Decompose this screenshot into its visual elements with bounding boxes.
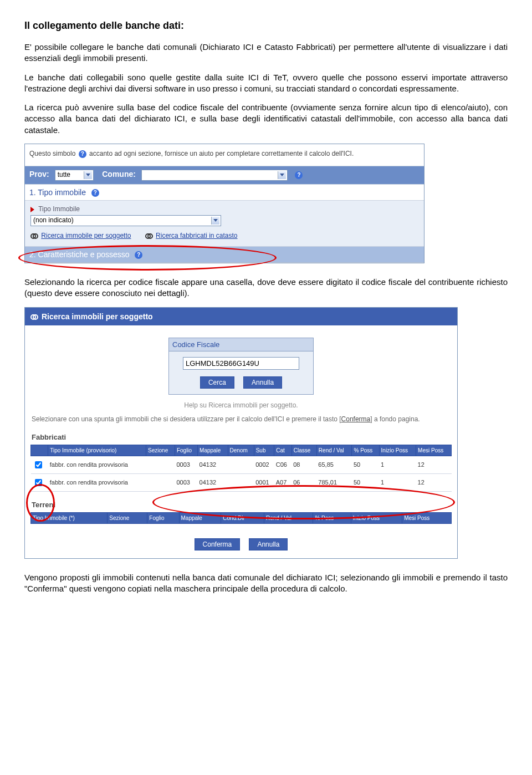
screenshot-2: Ricerca immobili per soggetto Codice Fis… [24,307,458,559]
tipo-immobile-label-text: Tipo Immobile [38,205,80,213]
codice-fiscale-input[interactable] [183,357,299,370]
codice-fiscale-label: Codice Fiscale [169,338,313,351]
col-inizio: Inizio Poss [379,445,416,456]
cell-tipo: fabbr. con rendita provvisoria [48,456,146,473]
link-ricerca-soggetto[interactable]: Ricerca immobile per soggetto [41,232,131,239]
help-icon[interactable]: ? [91,189,99,197]
col-sezione: Sezione [146,445,175,456]
prov-select[interactable]: tutte [55,170,94,181]
terreni-label: Terreni [25,492,457,512]
fabbricati-label: Fabbricati [25,424,457,445]
cell-denom [228,456,254,473]
info-text-post: accanto ad ogni sezione, fornisce un aiu… [89,150,354,157]
terreni-header-row: Tipo Immobile (*) Sezione Foglio Mappale… [31,512,452,523]
section-1-header: 1. Tipo immobile ? [25,184,424,201]
annulla-button-2[interactable]: Annulla [249,538,288,550]
paragraph-2: Le banche dati collegabili sono quelle g… [24,72,508,95]
cell-foglio: 0003 [175,473,197,491]
cell-pposs: 50 [352,473,379,491]
info-text-pre: Questo simbolo [29,150,75,157]
col-rend: Rend / Val [264,512,313,523]
instr-text-b: ] a fondo pagina. [370,415,420,423]
col-rend: Rend / Val [316,445,352,456]
dialog-title: Ricerca immobili per soggetto [42,312,153,321]
prov-comune-bar: Prov: tutte Comune: ? [25,166,424,184]
cell-pposs: 50 [352,456,379,473]
tipo-immobile-value: (non indicato) [33,216,74,224]
section-1-title: 1. Tipo immobile [29,188,86,197]
caret-right-icon [30,207,34,212]
cell-foglio: 0003 [175,456,197,473]
codice-fiscale-box: Codice Fiscale Cerca Annulla [168,338,314,395]
col-sub: Sub [254,445,274,456]
cerca-button[interactable]: Cerca [200,376,234,389]
col-pposs: % Poss [352,445,379,456]
cell-classe: 08 [291,456,316,473]
section-2-title: 2. Caratteristiche e possesso [29,250,130,259]
cell-tipo: fabbr. con rendita provvisoria [48,473,146,491]
link-ricerca-catasto[interactable]: Ricerca fabbricati in catasto [156,232,237,239]
tipo-immobile-block: Tipo Immobile (non indicato) Ricerca imm… [25,201,424,246]
cell-classe: 06 [291,473,316,491]
col-inizio: Inizio Poss [351,512,402,523]
binoculars-icon [145,233,153,239]
col-mappale: Mappale [198,445,228,456]
col-foglio: Foglio [175,445,197,456]
fabbricati-table: Tipo Immobile (provvisorio) Sezione Fogl… [30,445,452,492]
terreni-table: Tipo Immobile (*) Sezione Foglio Mappale… [30,512,452,524]
col-check [31,445,48,456]
cell-sezione [146,456,175,473]
chevron-down-icon [86,174,90,176]
cell-mesi: 12 [416,456,452,473]
col-pposs: % Poss [313,512,351,523]
section-2-header: 2. Caratteristiche e possesso ? [25,246,424,263]
chevron-down-icon [280,174,284,176]
col-tipo: Tipo Immobile (provvisorio) [48,445,146,456]
tipo-immobile-label: Tipo Immobile [30,205,418,213]
cell-mappale: 04132 [198,473,228,491]
search-links-row: Ricerca immobile per soggetto Ricerca fa… [30,232,418,239]
fabbricati-header-row: Tipo Immobile (provvisorio) Sezione Fogl… [31,445,452,456]
row-checkbox[interactable] [35,479,42,486]
binoculars-icon [30,233,38,239]
help-icon: ? [79,150,86,158]
tipo-immobile-select[interactable]: (non indicato) [30,215,221,226]
table-row: fabbr. con rendita provvisoria 0003 0413… [31,473,452,491]
cell-sub: 0001 [254,473,274,491]
col-cat: Cat [274,445,291,456]
row-checkbox[interactable] [35,461,42,468]
info-text: Questo simbolo ? accanto ad ogni sezione… [25,144,424,166]
page-title: Il collegamento delle banche dati: [24,20,508,32]
table-row: fabbr. con rendita provvisoria 0003 0413… [31,456,452,473]
cell-sezione [146,473,175,491]
col-tipo: Tipo Immobile (*) [31,512,108,523]
col-conddir: Cond.Dir [221,512,264,523]
instr-conferma-link[interactable]: Conferma [341,415,371,423]
help-line: Help su Ricerca immobili per soggetto. [25,401,457,409]
comune-select[interactable] [141,170,288,181]
col-classe: Classe [291,445,316,456]
col-denom: Denom [228,445,254,456]
annulla-button[interactable]: Annulla [243,376,282,389]
paragraph-4: Selezionando la ricerca per codice fisca… [24,277,508,299]
cell-denom [228,473,254,491]
col-mesi: Mesi Poss [416,445,452,456]
conferma-button[interactable]: Conferma [195,538,241,550]
help-icon[interactable]: ? [135,251,142,259]
cell-inizio: 1 [379,456,416,473]
cell-rend: 785,01 [316,473,352,491]
col-mappale: Mappale [179,512,221,523]
prov-value: tutte [58,171,70,179]
dialog-title-bar: Ricerca immobili per soggetto [25,308,457,325]
col-foglio: Foglio [147,512,179,523]
col-mesi: Mesi Poss [402,512,452,523]
help-icon[interactable]: ? [295,171,303,179]
col-sezione: Sezione [108,512,147,523]
cell-sub: 0002 [254,456,274,473]
cell-cat: A07 [274,473,291,491]
instr-text-a: Selezionare con una spunta gli immobili … [32,415,341,423]
paragraph-1: E' possibile collegare le banche dati co… [24,42,508,64]
prov-label: Prov: [29,170,49,179]
cell-mesi: 12 [416,473,452,491]
cell-mappale: 04132 [198,456,228,473]
